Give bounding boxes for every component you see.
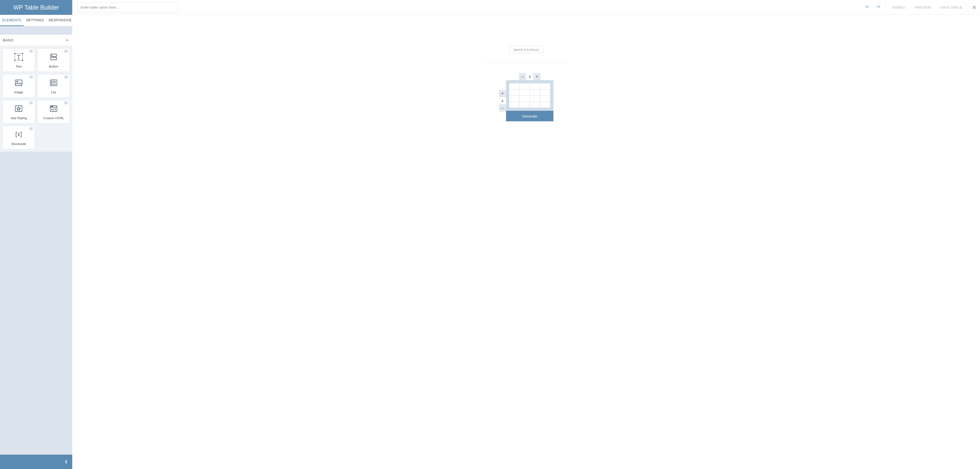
- table-generator: – 4 + + 4 –: [499, 73, 554, 121]
- preview-cell: [540, 102, 550, 108]
- button-icon: [49, 52, 58, 62]
- element-star-rating[interactable]: Star Rating: [2, 100, 35, 124]
- columns-value: 4: [526, 73, 533, 80]
- element-label: Image: [14, 91, 23, 94]
- sidebar: WP Table Builder ELEMENTS SETTINGS RESPO…: [0, 0, 72, 469]
- preview-cell: [530, 95, 540, 102]
- svg-marker-33: [17, 107, 21, 110]
- drag-handle-icon: [64, 50, 68, 52]
- preview-cell: [519, 89, 530, 96]
- svg-point-25: [51, 82, 52, 83]
- sidebar-collapse[interactable]: [0, 455, 72, 469]
- text-icon: [14, 52, 24, 62]
- preview-cell: [509, 83, 519, 89]
- drag-handle-icon: [29, 127, 33, 130]
- rows-decrement[interactable]: –: [499, 104, 506, 111]
- preview-cell: [530, 102, 540, 108]
- table-name-input[interactable]: [78, 2, 178, 13]
- drag-handle-icon: [64, 102, 68, 104]
- drag-handle-icon: [29, 50, 33, 52]
- element-label: Button: [49, 65, 58, 68]
- columns-decrement[interactable]: –: [519, 73, 526, 80]
- preview-cell: [519, 83, 530, 89]
- canvas-center: – 4 + + 4 –: [72, 46, 980, 121]
- image-icon: [14, 78, 24, 87]
- element-list[interactable]: List: [37, 74, 70, 98]
- list-icon: [49, 78, 58, 87]
- rows-value: 4: [499, 97, 506, 104]
- svg-point-41: [52, 106, 53, 107]
- svg-point-7: [22, 60, 23, 60]
- svg-line-42: [53, 108, 54, 111]
- element-image[interactable]: Image: [2, 74, 35, 98]
- canvas: – 4 + + 4 –: [72, 15, 980, 469]
- preview-cell: [509, 95, 519, 102]
- svg-point-39: [51, 106, 51, 107]
- element-label: Text: [16, 65, 22, 68]
- elements-grid: Text Button Im: [0, 46, 72, 152]
- svg-point-40: [52, 106, 52, 107]
- columns-stepper: – 4 +: [506, 73, 554, 80]
- rows-stepper: + 4 –: [499, 90, 506, 111]
- search-input[interactable]: [509, 46, 544, 53]
- redo-icon: [875, 4, 881, 11]
- tab-settings[interactable]: SETTINGS: [24, 15, 46, 26]
- rows-increment[interactable]: +: [499, 90, 506, 97]
- undo-icon: [864, 4, 871, 11]
- preview-cell: [509, 102, 519, 108]
- save-button[interactable]: SAVE TABLE: [937, 0, 966, 15]
- drag-handle-icon: [29, 102, 33, 104]
- preview-cell: [530, 83, 540, 89]
- preview-cell: [530, 89, 540, 96]
- svg-rect-13: [51, 57, 57, 60]
- svg-rect-11: [51, 54, 57, 56]
- panel-header-label: BASIC: [3, 38, 14, 42]
- svg-point-4: [14, 53, 15, 54]
- close-icon: [972, 5, 977, 10]
- shortcode-icon: [14, 130, 24, 139]
- tab-responsive[interactable]: RESPONSIVE: [46, 15, 74, 26]
- drag-handle-icon: [29, 76, 33, 78]
- generator-preview: Generate: [506, 80, 554, 121]
- close-button[interactable]: [968, 0, 980, 15]
- sidebar-spacer: [0, 26, 72, 35]
- preview-cell: [540, 83, 550, 89]
- chevron-left-icon: [64, 459, 69, 464]
- element-text[interactable]: Text: [2, 48, 35, 72]
- element-label: Custom HTML: [43, 116, 64, 120]
- app-title: WP Table Builder: [0, 0, 72, 15]
- generate-button[interactable]: Generate: [506, 111, 554, 121]
- preview-cell: [540, 89, 550, 96]
- preview-cell: [519, 102, 530, 108]
- element-label: List: [51, 91, 56, 94]
- element-shortcode[interactable]: Shortcode: [2, 126, 35, 149]
- main: EMBED PREVIEW SAVE TABLE – 4 + +: [72, 0, 980, 469]
- panel-header-basic[interactable]: BASIC: [0, 35, 72, 46]
- redo-button[interactable]: [874, 3, 882, 11]
- drag-handle-icon: [64, 76, 68, 78]
- svg-point-27: [51, 84, 52, 84]
- columns-increment[interactable]: +: [533, 73, 541, 80]
- preview-cell: [540, 95, 550, 102]
- preview-cell: [509, 89, 519, 96]
- svg-point-18: [17, 81, 18, 82]
- star-icon: [14, 104, 24, 113]
- topbar: EMBED PREVIEW SAVE TABLE: [72, 0, 980, 15]
- undo-button[interactable]: [864, 3, 872, 11]
- code-icon: [49, 104, 58, 113]
- element-label: Shortcode: [11, 142, 26, 146]
- element-button[interactable]: Button: [37, 48, 70, 72]
- preview-button[interactable]: PREVIEW: [911, 0, 935, 15]
- svg-point-5: [22, 53, 23, 54]
- element-custom-html[interactable]: Custom HTML: [37, 100, 70, 124]
- svg-rect-17: [15, 80, 22, 86]
- preview-grid: [509, 83, 550, 108]
- svg-point-12: [52, 55, 52, 55]
- svg-point-23: [51, 81, 52, 82]
- element-label: Star Rating: [11, 116, 27, 120]
- chevron-up-icon: [65, 38, 69, 42]
- preview-cell: [519, 95, 530, 102]
- tab-elements[interactable]: ELEMENTS: [0, 15, 24, 26]
- svg-point-6: [14, 60, 15, 60]
- embed-button[interactable]: EMBED: [889, 0, 909, 15]
